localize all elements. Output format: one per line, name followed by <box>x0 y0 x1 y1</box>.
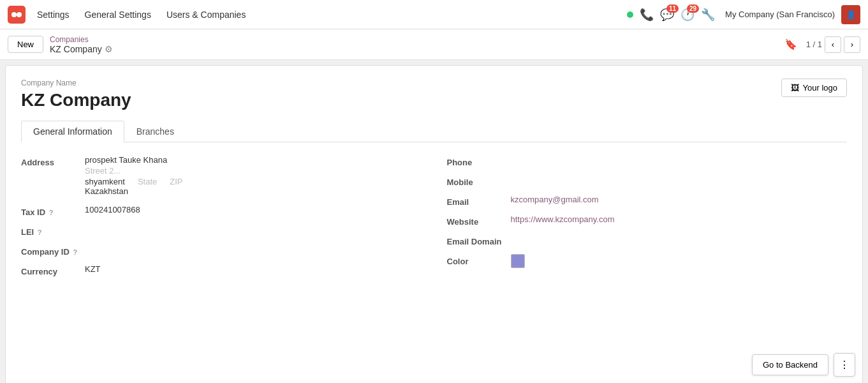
mobile-field-row: Mobile <box>447 175 848 187</box>
email-label: Email <box>447 195 511 207</box>
email-domain-field-row: Email Domain <box>447 234 848 246</box>
company-header: Company Name KZ Company 🖼 Your logo <box>21 79 847 121</box>
color-field-row: Color <box>447 254 848 268</box>
breadcrumb: Companies KZ Company ⚙ <box>50 35 113 54</box>
online-status-icon <box>627 11 633 18</box>
lei-help-icon[interactable]: ? <box>38 229 42 236</box>
color-swatch[interactable] <box>511 254 525 268</box>
phone-icon[interactable]: 📞 <box>640 8 654 22</box>
svg-point-1 <box>11 12 17 17</box>
pager-prev-button[interactable]: ‹ <box>825 36 841 53</box>
address-field-row: Address prospekt Tauke Khana Street 2...… <box>21 155 422 197</box>
email-field-row: Email kzcompany@gmail.com <box>447 195 848 207</box>
company-name-label: Company Name <box>21 79 131 87</box>
chat-icon[interactable]: 💬 11 <box>660 8 674 22</box>
nav-settings[interactable]: Settings <box>31 6 76 24</box>
record-pager: 1 / 1 ‹ › <box>806 36 860 53</box>
currency-label: Currency <box>21 264 85 276</box>
phone-field-row: Phone <box>447 155 848 167</box>
pager-next-button[interactable]: › <box>844 36 860 53</box>
tab-general-information[interactable]: General Information <box>21 121 124 142</box>
more-options-button[interactable]: ⋮ <box>834 353 855 377</box>
address-state[interactable]: State <box>138 177 157 186</box>
breadcrumb-current: KZ Company <box>50 44 102 54</box>
form-right-column: Phone Mobile Email kzcompany@gmail.com W… <box>447 155 848 284</box>
mobile-label: Mobile <box>447 175 511 187</box>
bottom-bar: Go to Backend ⋮ <box>0 347 868 383</box>
activity-badge: 29 <box>687 4 699 13</box>
address-line2[interactable]: Street 2... <box>85 166 422 176</box>
company-selector[interactable]: My Company (San Francisco) <box>725 10 835 19</box>
form-left-column: Address prospekt Tauke Khana Street 2...… <box>21 155 422 284</box>
new-button[interactable]: New <box>8 36 43 53</box>
email-value[interactable]: kzcompany@gmail.com <box>511 195 848 204</box>
tab-bar: General Information Branches <box>21 121 847 142</box>
goto-backend-button[interactable]: Go to Backend <box>752 354 828 375</box>
address-zip[interactable]: ZIP <box>170 177 182 186</box>
address-city[interactable]: shyamkent <box>85 177 125 186</box>
tab-branches[interactable]: Branches <box>124 121 186 142</box>
website-value[interactable]: https://www.kzcompany.com <box>511 214 848 224</box>
address-line1[interactable]: prospekt Tauke Khana <box>85 155 422 165</box>
tax-id-label: Tax ID ? <box>21 205 85 217</box>
breadcrumb-parent[interactable]: Companies <box>50 35 113 44</box>
tax-id-field-row: Tax ID ? 100241007868 <box>21 205 422 217</box>
company-title[interactable]: KZ Company <box>21 90 131 110</box>
image-icon: 🖼 <box>791 83 799 93</box>
currency-field-row: Currency KZT <box>21 264 422 276</box>
svg-point-2 <box>17 12 22 17</box>
lei-field-row: LEI ? <box>21 225 422 237</box>
company-id-label: Company ID ? <box>21 244 85 257</box>
form-section: Address prospekt Tauke Khana Street 2...… <box>21 155 847 284</box>
upload-logo-button[interactable]: 🖼 Your logo <box>781 79 847 97</box>
website-label: Website <box>447 214 511 227</box>
email-domain-label: Email Domain <box>447 234 511 246</box>
main-content: Company Name KZ Company 🖼 Your logo Gene… <box>5 65 863 383</box>
company-id-field-row: Company ID ? <box>21 244 422 257</box>
currency-value[interactable]: KZT <box>85 264 422 274</box>
activity-icon[interactable]: 🕐 29 <box>680 8 695 22</box>
chat-badge: 11 <box>666 4 679 13</box>
lei-label: LEI ? <box>21 225 85 237</box>
bookmark-icon[interactable]: 🔖 <box>784 38 797 50</box>
address-country[interactable]: Kazakhstan <box>85 186 422 196</box>
nav-users-companies[interactable]: Users & Companies <box>160 6 253 24</box>
settings-gear-icon[interactable]: ⚙ <box>105 44 113 54</box>
website-field-row: Website https://www.kzcompany.com <box>447 214 848 227</box>
breadcrumb-bar: New Companies KZ Company ⚙ 🔖 1 / 1 ‹ › <box>0 29 868 60</box>
phone-label: Phone <box>447 155 511 167</box>
odoo-logo[interactable] <box>8 6 26 24</box>
company-id-help-icon[interactable]: ? <box>73 248 77 256</box>
color-label: Color <box>447 254 511 266</box>
nav-general-settings[interactable]: General Settings <box>78 6 158 24</box>
tax-id-help-icon[interactable]: ? <box>49 209 54 216</box>
tools-icon[interactable]: 🔧 <box>701 8 715 22</box>
address-block: prospekt Tauke Khana Street 2... shyamke… <box>85 155 422 197</box>
user-avatar[interactable]: 👤 <box>841 5 860 24</box>
address-label: Address <box>21 155 85 167</box>
pager-text: 1 / 1 <box>806 40 822 49</box>
topnav: Settings General Settings Users & Compan… <box>0 0 868 29</box>
tax-id-value[interactable]: 100241007868 <box>85 205 422 214</box>
address-city-row: shyamkent State ZIP <box>85 177 422 186</box>
